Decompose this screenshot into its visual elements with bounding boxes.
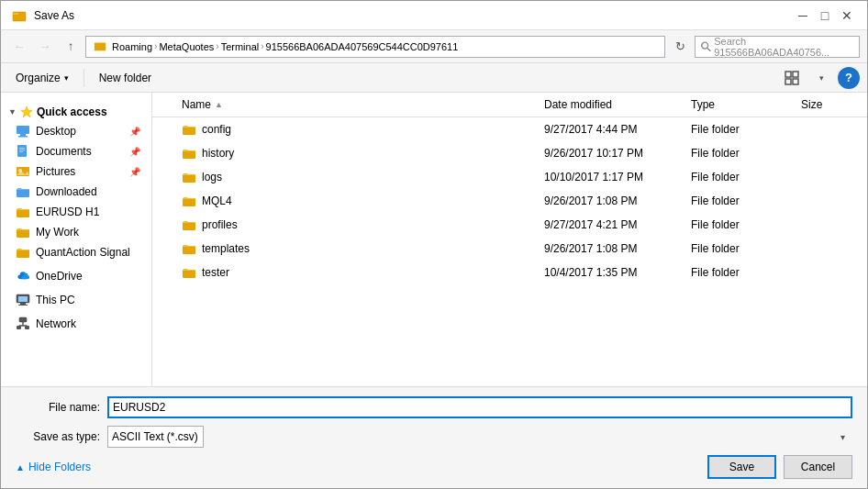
col-header-name[interactable]: Name ▲	[174, 94, 537, 115]
sidebar-item-mywork[interactable]: My Work	[1, 222, 151, 242]
file-cell-date: 10/10/2017 1:17 PM	[537, 168, 684, 186]
svg-point-4	[702, 42, 708, 49]
onedrive-icon	[16, 269, 30, 283]
file-cell-size	[794, 150, 867, 156]
svg-rect-36	[183, 174, 195, 183]
view-button[interactable]	[779, 67, 805, 89]
organize-button[interactable]: Organize ▾	[8, 69, 76, 87]
address-path[interactable]: Roaming › MetaQuotes › Terminal › 915566…	[85, 36, 665, 58]
desktop-icon	[16, 124, 30, 139]
file-cell-name: templates	[174, 239, 537, 259]
pictures-icon	[16, 164, 30, 179]
file-cell-date: 9/27/2017 4:44 PM	[537, 120, 684, 139]
mywork-icon	[16, 225, 30, 239]
file-cell-size	[794, 198, 867, 204]
table-row[interactable]: config 9/27/2017 4:44 PM File folder	[152, 117, 867, 141]
savetype-label: Save as type:	[16, 430, 107, 443]
svg-rect-24	[17, 250, 29, 258]
sidebar-item-documents[interactable]: Documents 📌	[1, 141, 151, 161]
file-cell-type: File folder	[684, 239, 794, 258]
col-header-date[interactable]: Date modified	[537, 94, 684, 115]
svg-rect-34	[183, 127, 195, 135]
cancel-button[interactable]: Cancel	[784, 455, 852, 479]
thispc-icon	[16, 293, 30, 307]
hide-folders-button[interactable]: ▲ Hide Folders	[16, 461, 91, 473]
breadcrumb-guid: 915566BA06ADA407569C544CC0D97611	[266, 41, 459, 52]
savetype-row: Save as type: ASCII Text (*.csv)	[16, 426, 852, 448]
sidebar-item-pictures[interactable]: Pictures 📌	[1, 161, 151, 182]
sidebar-item-thispc[interactable]: This PC	[1, 290, 151, 310]
table-row[interactable]: logs 10/10/2017 1:17 PM File folder	[152, 165, 867, 189]
pictures-pin: 📌	[129, 167, 140, 177]
svg-rect-12	[20, 134, 26, 136]
mywork-label: My Work	[36, 226, 79, 239]
folder-icon	[182, 241, 196, 256]
onedrive-section: OneDrive	[1, 266, 151, 286]
hide-folders-label: Hide Folders	[28, 461, 91, 473]
sidebar-item-onedrive[interactable]: OneDrive	[1, 266, 151, 286]
svg-rect-9	[793, 79, 798, 84]
sidebar-item-eurusd[interactable]: EURUSD H1	[1, 202, 151, 222]
table-row[interactable]: profiles 9/27/2017 4:21 PM File folder	[152, 213, 867, 237]
svg-rect-39	[183, 246, 195, 254]
new-folder-button[interactable]: New folder	[92, 69, 159, 87]
file-cell-name: history	[174, 143, 537, 163]
col-header-size[interactable]: Size	[794, 94, 867, 115]
file-cell-size	[794, 246, 867, 251]
cancel-label: Cancel	[801, 461, 835, 473]
quick-access-label: Quick access	[37, 106, 107, 118]
organize-label: Organize	[16, 72, 61, 84]
close-button[interactable]: ✕	[838, 6, 856, 25]
refresh-button[interactable]: ↻	[669, 36, 691, 58]
save-button[interactable]: Save	[707, 455, 776, 479]
maximize-button[interactable]: □	[816, 6, 834, 25]
quantaction-label: QuantAction Signal	[36, 246, 130, 259]
sidebar-item-quantaction[interactable]: QuantAction Signal	[1, 242, 151, 262]
breadcrumb-terminal: Terminal	[221, 41, 260, 52]
sidebar-item-downloaded[interactable]: Downloaded	[1, 182, 151, 202]
folder-icon	[182, 170, 196, 184]
filename-input[interactable]	[107, 396, 852, 418]
pictures-label: Pictures	[36, 165, 75, 178]
file-cell-size	[794, 222, 867, 228]
view-dropdown-button[interactable]: ▾	[808, 67, 834, 89]
table-row[interactable]: tester 10/4/2017 1:35 PM File folder	[152, 261, 867, 284]
folder-icon	[182, 146, 196, 161]
file-name: MQL4	[202, 194, 232, 207]
file-cell-type: File folder	[684, 192, 794, 210]
file-list-area: Name ▲ Date modified Type Size	[152, 93, 867, 386]
savetype-select[interactable]: ASCII Text (*.csv)	[107, 426, 204, 448]
table-row[interactable]: MQL4 9/26/2017 1:08 PM File folder	[152, 189, 867, 213]
file-cell-date: 10/4/2017 1:35 PM	[537, 263, 684, 282]
svg-rect-15	[19, 148, 25, 149]
file-name: history	[202, 147, 234, 160]
svg-rect-35	[183, 150, 195, 159]
svg-rect-6	[785, 72, 791, 77]
file-cell-date: 9/26/2017 1:08 PM	[537, 192, 684, 210]
file-cell-type: File folder	[684, 216, 794, 234]
table-row[interactable]: templates 9/26/2017 1:08 PM File folder	[152, 237, 867, 261]
breadcrumb-folder-icon	[94, 39, 106, 54]
toolbar-right: ▾ ?	[779, 67, 860, 89]
file-name: tester	[202, 266, 229, 279]
sidebar-item-network[interactable]: Network	[1, 314, 151, 334]
action-row: ▲ Hide Folders Save Cancel	[16, 455, 852, 479]
back-button[interactable]: ←	[8, 36, 30, 58]
sidebar-item-desktop[interactable]: Desktop 📌	[1, 121, 151, 141]
forward-button[interactable]: →	[34, 36, 56, 58]
minimize-button[interactable]: ─	[794, 6, 812, 25]
col-header-type[interactable]: Type	[684, 94, 794, 115]
svg-rect-3	[95, 42, 106, 50]
svg-rect-11	[17, 126, 29, 134]
search-box[interactable]: Search 915566BA06ADA40756...	[695, 36, 860, 58]
table-row[interactable]: history 9/26/2017 10:17 PM File folder	[152, 141, 867, 165]
file-name: logs	[202, 171, 222, 183]
organize-chevron: ▾	[64, 73, 69, 83]
savetype-wrapper: ASCII Text (*.csv)	[107, 426, 852, 448]
network-icon	[16, 317, 30, 331]
network-section: Network	[1, 314, 151, 334]
up-button[interactable]: ↑	[60, 36, 82, 58]
svg-rect-37	[183, 198, 195, 206]
help-button[interactable]: ?	[838, 67, 860, 89]
quick-access-header[interactable]: ▼ Quick access	[1, 100, 151, 121]
